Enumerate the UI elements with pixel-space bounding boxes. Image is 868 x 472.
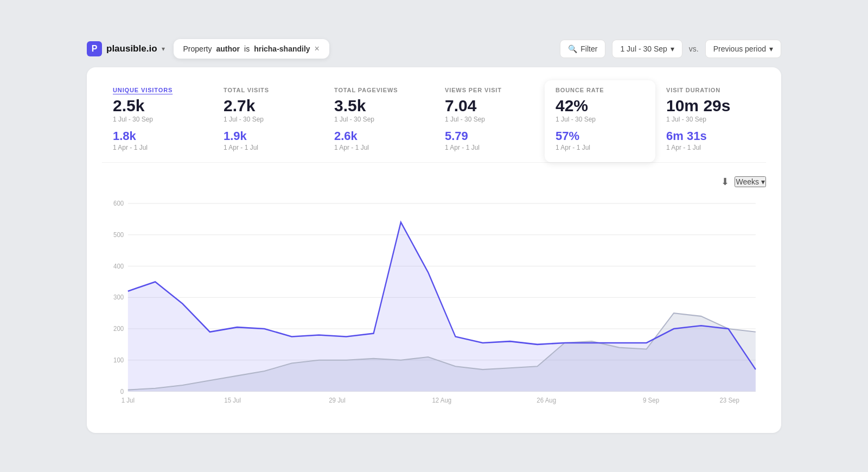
stat-prev-value: 57% [556, 130, 644, 143]
filter-button-label: Filter [580, 44, 597, 53]
main-card: UNIQUE VISITORS 2.5k 1 Jul - 30 Sep 1.8k… [87, 67, 781, 433]
weeks-label: Weeks [736, 177, 759, 186]
svg-text:23 Sep: 23 Sep [719, 397, 739, 405]
stat-item-unique-visitors[interactable]: UNIQUE VISITORS 2.5k 1 Jul - 30 Sep 1.8k… [102, 80, 213, 162]
stat-value: 2.7k [224, 97, 312, 114]
stat-period: 1 Jul - 30 Sep [113, 116, 202, 123]
stat-label: VIEWS PER VISIT [445, 87, 534, 93]
weeks-chevron-icon: ▾ [761, 177, 765, 186]
stat-prev-value: 2.6k [334, 130, 423, 143]
vs-label: vs. [689, 44, 699, 53]
header: P plausible.io ▾ Property author is hric… [87, 39, 781, 59]
stat-prev-value: 6m 31s [666, 130, 755, 143]
stat-period: 1 Jul - 30 Sep [666, 116, 755, 123]
stat-period: 1 Jul - 30 Sep [334, 116, 423, 123]
logo-icon: P [87, 41, 102, 56]
stat-prev-period: 1 Apr - 1 Jul [113, 144, 202, 151]
stat-value: 10m 29s [666, 97, 755, 114]
logo-chevron-icon: ▾ [162, 45, 165, 53]
svg-text:15 Jul: 15 Jul [224, 397, 241, 405]
stat-item-bounce-rate[interactable]: BOUNCE RATE 42% 1 Jul - 30 Sep 57% 1 Apr… [545, 80, 655, 162]
logo-text: plausible.io [106, 43, 157, 54]
header-right: 🔍 Filter 1 Jul - 30 Sep ▾ vs. Previous p… [560, 40, 781, 58]
svg-text:100: 100 [113, 356, 124, 365]
stat-label: VISIT DURATION [666, 87, 755, 93]
stat-label: TOTAL PAGEVIEWS [334, 87, 423, 93]
svg-text:1 Jul: 1 Jul [122, 397, 135, 405]
svg-text:300: 300 [113, 294, 124, 302]
download-icon[interactable]: ⬇ [721, 176, 729, 188]
stat-prev-value: 1.9k [224, 130, 312, 143]
chart-svg: 01002003004005006001 Jul15 Jul29 Jul12 A… [102, 192, 766, 420]
svg-text:26 Aug: 26 Aug [537, 397, 556, 405]
stat-item-views-per-visit[interactable]: VIEWS PER VISIT 7.04 1 Jul - 30 Sep 5.79… [434, 80, 545, 162]
chart-header: ⬇ Weeks ▾ [102, 176, 766, 188]
date-range-button[interactable]: 1 Jul - 30 Sep ▾ [612, 40, 682, 58]
filter-close-button[interactable]: × [315, 44, 320, 53]
stat-item-total-pageviews[interactable]: TOTAL PAGEVIEWS 3.5k 1 Jul - 30 Sep 2.6k… [323, 80, 434, 162]
stat-label: TOTAL VISITS [224, 87, 312, 93]
stat-period: 1 Jul - 30 Sep [224, 116, 312, 123]
logo-area[interactable]: P plausible.io ▾ [87, 41, 165, 56]
stat-prev-value: 5.79 [445, 130, 534, 143]
search-icon: 🔍 [568, 44, 577, 53]
stat-prev-period: 1 Apr - 1 Jul [445, 144, 534, 151]
stat-prev-period: 1 Apr - 1 Jul [666, 144, 755, 151]
svg-text:29 Jul: 29 Jul [329, 397, 346, 405]
svg-text:9 Sep: 9 Sep [643, 397, 659, 405]
svg-text:0: 0 [120, 387, 124, 396]
filter-author-label: author [216, 44, 240, 53]
stat-item-total-visits[interactable]: TOTAL VISITS 2.7k 1 Jul - 30 Sep 1.9k 1 … [213, 80, 323, 162]
stat-value: 2.5k [113, 97, 202, 114]
previous-period-button[interactable]: Previous period ▾ [705, 40, 781, 58]
filter-value-label: hricha-shandily [254, 44, 310, 53]
date-chevron-icon: ▾ [671, 44, 674, 53]
stat-prev-period: 1 Apr - 1 Jul [224, 144, 312, 151]
filter-is-label: is [244, 44, 250, 53]
chart-container: 01002003004005006001 Jul15 Jul29 Jul12 A… [102, 192, 766, 420]
previous-period-label: Previous period [713, 44, 766, 53]
stat-label: UNIQUE VISITORS [113, 87, 202, 93]
stat-prev-period: 1 Apr - 1 Jul [556, 144, 644, 151]
stat-value: 42% [556, 97, 644, 114]
stat-period: 1 Jul - 30 Sep [556, 116, 644, 123]
filter-button[interactable]: 🔍 Filter [560, 40, 605, 58]
filter-pill[interactable]: Property author is hricha-shandily × [174, 39, 329, 59]
weeks-button[interactable]: Weeks ▾ [735, 176, 766, 187]
stat-value: 7.04 [445, 97, 534, 114]
stat-period: 1 Jul - 30 Sep [445, 116, 534, 123]
stat-item-visit-duration[interactable]: VISIT DURATION 10m 29s 1 Jul - 30 Sep 6m… [655, 80, 766, 162]
date-range-label: 1 Jul - 30 Sep [620, 44, 667, 53]
svg-text:600: 600 [113, 200, 124, 208]
filter-property-label: Property [183, 44, 212, 53]
stat-prev-period: 1 Apr - 1 Jul [334, 144, 423, 151]
stat-prev-value: 1.8k [113, 130, 202, 143]
svg-text:500: 500 [113, 231, 124, 239]
svg-text:12 Aug: 12 Aug [432, 397, 451, 405]
svg-text:400: 400 [113, 262, 124, 270]
stat-label: BOUNCE RATE [556, 87, 644, 93]
svg-text:200: 200 [113, 325, 124, 333]
stats-row: UNIQUE VISITORS 2.5k 1 Jul - 30 Sep 1.8k… [102, 80, 766, 163]
stat-value: 3.5k [334, 97, 423, 114]
prev-period-chevron-icon: ▾ [769, 44, 773, 53]
